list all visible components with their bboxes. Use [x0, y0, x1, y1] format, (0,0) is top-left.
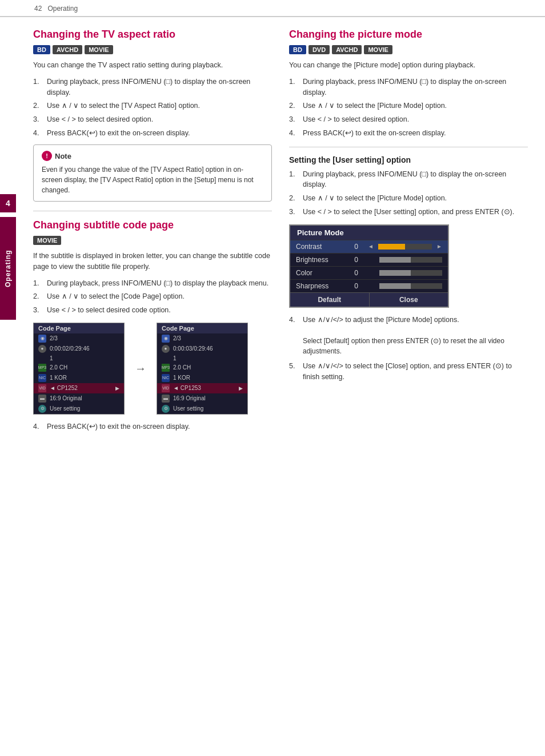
cp-row-ch-1: NIC 1 KOR: [34, 373, 124, 383]
main-content: Changing the TV aspect ratio BD AVCHD MO…: [0, 17, 545, 455]
us-step4-note: Select [Default] option then press ENTER…: [303, 336, 528, 356]
cp-row-disc-1: ◉ 2/3: [34, 333, 124, 344]
picture-mode-badges: BD DVD AVCHD MOVIE: [289, 45, 528, 54]
cp-teal-icon-1: ⚙: [38, 405, 46, 413]
page-header: 42 Operating: [0, 0, 545, 17]
step-1: 1.During playback, press INFO/MENU (□) t…: [33, 77, 272, 98]
us-step-4: 4. Use ∧/∨/</> to adjust the [Picture Mo…: [289, 315, 528, 357]
pm-step-4: 4.Press BACK(↩) to exit the on-screen di…: [289, 128, 528, 139]
sub-step-2: 2.Use ∧ / ∨ to select the [Code Page] op…: [33, 291, 272, 302]
tv-aspect-badges: BD AVCHD MOVIE: [33, 45, 272, 54]
cp-row-mp3-2: MP3 2.0 CH: [157, 363, 247, 373]
section-divider-2: [289, 147, 528, 147]
pm-sharpness-fill: [379, 283, 411, 289]
subtitle-badges: MOVIE: [33, 236, 272, 245]
arrow-right-icon: →: [135, 362, 146, 375]
pm-sharpness-label: Sharpness: [296, 282, 344, 290]
us-step-1: 1.During playback, press INFO/MENU (□) t…: [289, 169, 528, 191]
pm-badge-bd: BD: [289, 45, 306, 54]
pm-contrast-label: Contrast: [296, 243, 344, 251]
cp-gray-icon-1: ▬: [38, 395, 46, 403]
us-step-2: 2.Use ∧ / ∨ to select the [Picture Mode]…: [289, 193, 528, 204]
section-subtitle-title: Changing subtitle code page: [33, 219, 272, 231]
cp-gray-icon-2: ▬: [162, 395, 170, 403]
sub-step-3: 3.Use < / > to select desired code optio…: [33, 305, 272, 316]
pm-sharpness-bar: [379, 283, 442, 289]
pm-box-header: Picture Mode: [290, 226, 448, 240]
pm-color-label: Color: [296, 269, 344, 277]
pm-row-color: Color 0: [290, 266, 448, 279]
note-box: ! Note Even if you change the value of t…: [33, 144, 272, 202]
cp-disc-icon-2: ◉: [162, 335, 170, 343]
subtitle-steps: 1.During playback, press INFO/MENU (□) t…: [33, 278, 272, 316]
pm-contrast-bar: [378, 244, 432, 250]
section-picture-mode: Changing the picture mode BD DVD AVCHD M…: [289, 29, 528, 139]
pm-footer: Default Close: [290, 292, 448, 307]
step-4: 4.Press BACK(↩) to exit the on-screen di…: [33, 128, 272, 139]
picture-mode-steps: 1.During playback, press INFO/MENU (□) t…: [289, 77, 528, 139]
badge-movie: MOVIE: [85, 45, 113, 54]
cp-row-mp3-1: MP3 2.0 CH: [34, 363, 124, 373]
pm-close-btn[interactable]: Close: [370, 293, 448, 307]
cp-blue-icon-1: NIC: [38, 374, 46, 382]
cp-row-ratio-1: ▬ 16:9 Original: [34, 393, 124, 404]
cp-row-ratio-2: ▬ 16:9 Original: [157, 393, 247, 404]
cp-row-time-1: ● 0:00:02/0:29:46: [34, 344, 124, 354]
pm-default-btn[interactable]: Default: [290, 293, 370, 307]
pm-contrast-value: 0: [349, 243, 363, 251]
pm-brightness-bar: [379, 257, 442, 263]
pm-brightness-label: Brightness: [296, 256, 344, 264]
pm-badge-dvd: DVD: [308, 45, 330, 54]
pm-row-contrast: Contrast 0 ◄ ►: [290, 240, 448, 253]
cp-row-cp1252: VID ◄ CP1252 ▶: [34, 383, 124, 393]
pm-row-sharpness: Sharpness 0: [290, 279, 448, 292]
pm-badge-avchd: AVCHD: [332, 45, 362, 54]
cp-blue-icon-2: NIC: [162, 374, 170, 382]
cp-row-ch-2: NIC 1 KOR: [157, 373, 247, 383]
pm-contrast-fill: [378, 244, 405, 250]
page-number: 42: [34, 5, 42, 13]
pm-badge-movie: MOVIE: [364, 45, 392, 54]
pm-row-brightness: Brightness 0: [290, 253, 448, 266]
right-column: Changing the picture mode BD DVD AVCHD M…: [289, 17, 528, 438]
pm-color-fill: [379, 270, 411, 276]
section-tv-aspect: Changing the TV aspect ratio BD AVCHD MO…: [33, 29, 272, 202]
section-user-setting: Setting the [User setting] option 1.Duri…: [289, 155, 528, 383]
note-title: ! Note: [42, 151, 263, 162]
cp-green-icon-2: MP3: [162, 364, 170, 372]
sub-step-1: 1.During playback, press INFO/MENU (□) t…: [33, 278, 272, 289]
code-page-box-2: Code Page ◉ 2/3 ● 0:00:03/0:29:46 1 MP: [157, 323, 248, 415]
user-setting-steps: 1.During playback, press INFO/MENU (□) t…: [289, 169, 528, 218]
subtitle-step4: 4.Press BACK(↩) to exit the on-screen di…: [33, 421, 272, 432]
cp-circle-icon-2: ●: [162, 345, 170, 353]
cp-row-time-2: ● 0:00:03/0:29:46: [157, 344, 247, 354]
picture-mode-box: Picture Mode Contrast 0 ◄ ► Brightness 0: [289, 224, 449, 308]
code-page-container: Code Page ◉ 2/3 ● 0:00:02/0:29:46 1 MP: [33, 323, 272, 415]
subtitle-intro: If the subtitle is displayed in broken l…: [33, 251, 272, 272]
pm-color-value: 0: [349, 269, 363, 277]
step-3: 3.Use < / > to select desired option.: [33, 114, 272, 125]
pm-color-bar: [379, 270, 442, 276]
cp-row-disc-2: ◉ 2/3: [157, 333, 247, 344]
left-column: Changing the TV aspect ratio BD AVCHD MO…: [33, 17, 272, 438]
cp-row-cp1253: VID ◄ CP1253 ▶: [157, 383, 247, 393]
cp-pink-icon-2: VID: [162, 384, 170, 392]
section-subtitle-code: Changing subtitle code page MOVIE If the…: [33, 219, 272, 432]
us-step-3: 3.Use < / > to select the [User setting]…: [289, 207, 528, 218]
user-setting-title: Setting the [User setting] option: [289, 155, 528, 164]
cp-header-1: Code Page: [34, 323, 124, 333]
step-2: 2.Use ∧ / ∨ to select the [TV Aspect Rat…: [33, 100, 272, 111]
code-page-box-1: Code Page ◉ 2/3 ● 0:00:02/0:29:46 1 MP: [33, 323, 125, 415]
picture-mode-intro: You can change the [Picture mode] option…: [289, 60, 528, 71]
badge-movie-2: MOVIE: [33, 236, 61, 245]
us-step-5: 5. Use ∧/∨/</> to select the [Close] opt…: [289, 361, 528, 383]
section-label: Operating: [47, 5, 78, 13]
cp-green-icon-1: MP3: [38, 364, 46, 372]
pm-contrast-arrow-left: ◄: [368, 243, 374, 250]
pm-brightness-fill: [379, 257, 411, 263]
user-setting-remaining-steps: 4. Use ∧/∨/</> to adjust the [Picture Mo…: [289, 315, 528, 383]
badge-avchd: AVCHD: [53, 45, 82, 54]
cp-row-user-2: ⚙ User setting: [157, 404, 247, 414]
sub-step-4: 4.Press BACK(↩) to exit the on-screen di…: [33, 421, 272, 432]
section-tv-aspect-title: Changing the TV aspect ratio: [33, 29, 272, 41]
